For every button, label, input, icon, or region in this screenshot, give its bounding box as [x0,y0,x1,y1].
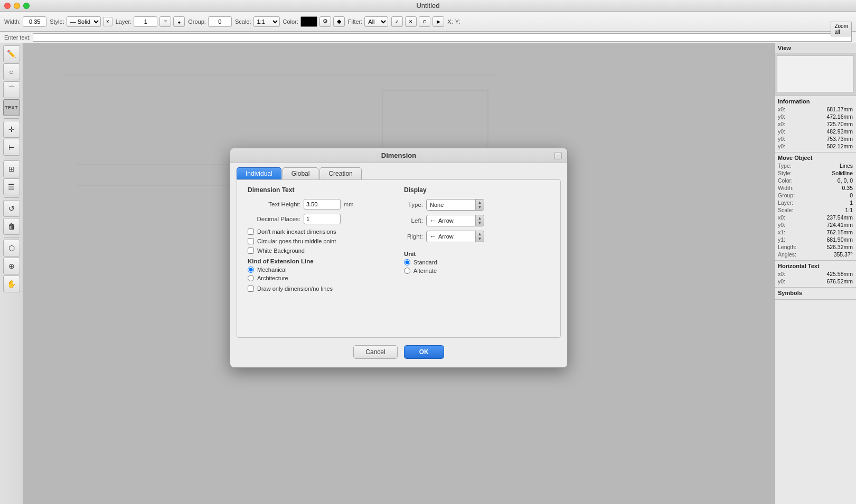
radio-standard[interactable] [404,259,410,265]
layer-arrow-button[interactable]: ⬥ [173,16,185,27]
color-settings-button[interactable]: ⚙ [319,16,331,27]
coord-val-4: 526.32mm [826,244,853,250]
tool-polygon[interactable]: ⬡ [3,240,20,256]
mo-row-4: Group: 0 [778,192,853,199]
radio-standard-label: Standard [413,259,437,265]
canvas-area[interactable]: Dimension — Individual Global Creation D… [23,43,774,504]
layer-label: Layer: [116,18,132,25]
dialog-close-button[interactable]: — [554,152,562,159]
xy-group: X: Y: [447,18,460,25]
tool-curve[interactable]: ⌒ [3,81,20,98]
style-select[interactable]: — Solid [67,16,101,27]
tab-global[interactable]: Global [283,167,319,179]
checkbox-circular[interactable] [248,238,254,244]
zoom-all-button[interactable]: Zoom all [831,22,852,36]
coord-row-4: Length: 526.32mm [778,243,853,251]
symbols-section: Symbols [775,288,856,300]
info-val-3: 482.93mm [826,128,853,135]
filter-x-button[interactable]: ✕ [405,16,417,27]
layer-input[interactable] [134,16,157,27]
information-title: Information [778,98,853,104]
width-label: Width: [4,18,21,25]
cancel-button[interactable]: Cancel [353,345,397,359]
window-title: Untitled [416,2,439,9]
tab-creation[interactable]: Creation [319,167,361,179]
close-button[interactable] [4,3,11,9]
scale-label: Scale: [235,18,251,25]
coord-key-5: Angles: [778,251,796,258]
type-select[interactable]: None ▲▼ [426,199,484,211]
tool-grid[interactable]: ⊞ [3,160,20,177]
coord-key-3: y1: [778,236,785,243]
checkbox-draw-only[interactable] [248,286,254,292]
right-arrow-row: Right: ← Arrow ▲▼ [404,231,550,242]
tool-text[interactable]: TEXT [3,99,20,116]
decimal-places-input[interactable] [304,214,341,224]
ht-row-0: x0: 425.58mm [778,270,853,278]
ok-button[interactable]: OK [404,345,444,359]
left-arrow-text: Arrow [438,215,454,226]
width-input[interactable] [23,16,46,27]
group-group: Group: [188,16,232,27]
checkbox-white-bg-row: White Background [248,248,393,254]
tool-circle[interactable]: ○ [3,63,20,80]
tool-cross[interactable]: ✛ [3,121,20,138]
scale-select[interactable]: 1:1 [253,16,280,27]
layer-icon-button[interactable]: ≡ [159,16,171,27]
checkbox-inexact[interactable] [248,229,254,235]
color-extra-button[interactable]: ◆ [333,16,345,27]
filter-select[interactable]: All [364,16,388,27]
info-row-2: x0: 725.70mm [778,120,853,128]
text-height-input[interactable] [304,199,341,210]
info-row-1: y0: 472.16mm [778,113,853,120]
left-arrow-select[interactable]: ← Arrow ▲▼ [426,215,484,226]
x-label: X: [447,18,453,25]
tool-pen[interactable]: ✏️ [3,45,20,62]
info-key-4: y0: [778,136,785,142]
radio-architecture[interactable] [248,275,254,281]
mo-key-4: Group: [778,192,795,198]
maximize-button[interactable] [23,3,30,9]
type-row: Type: None ▲▼ [404,199,550,211]
tool-rotate[interactable]: ↺ [3,200,20,217]
style-clear-button[interactable]: x [103,17,112,26]
tool-delete[interactable]: 🗑 [3,218,20,235]
tab-individual[interactable]: Individual [237,167,281,179]
tool-layers[interactable]: ☰ [3,178,20,195]
mo-key-0: Type: [778,163,792,169]
ht-val-1: 676.52mm [826,278,853,284]
radio-mechanical[interactable] [248,267,254,273]
width-group: Width: [4,16,46,27]
group-input[interactable] [208,16,232,27]
right-arrow-select[interactable]: ← Arrow ▲▼ [426,231,484,242]
text-height-row: Text Height: mm [248,199,393,210]
tool-measure[interactable]: ⊢ [3,139,20,156]
checkbox-circular-label: Circular goes thru middle point [257,238,336,244]
radio-alternate[interactable] [404,268,410,274]
color-swatch[interactable] [300,16,317,27]
color-label: Color: [283,18,298,25]
unit-section: Unit Standard Alternate [404,251,550,274]
enter-text-input[interactable] [33,33,852,42]
tool-zoom[interactable]: ⊕ [3,258,20,274]
info-val-0: 681.37mm [826,106,853,112]
tool-hand[interactable]: ✋ [3,275,20,292]
dimension-text-title: Dimension Text [248,186,393,194]
minimize-button[interactable] [14,3,20,9]
dialog-left-column: Dimension Text Text Height: mm Decimal P… [248,186,393,295]
mo-row-5: Layer: 1 [778,199,853,206]
filter-arrow-button[interactable]: ▶ [432,16,444,27]
info-val-1: 472.16mm [826,113,853,120]
horizontal-text-title: Horizontal Text [778,263,853,269]
radio-alternate-label: Alternate [413,268,437,274]
mo-val-6: 1:1 [845,207,853,213]
ht-key-0: x0: [778,271,785,277]
checkbox-white-bg[interactable] [248,248,254,254]
filter-c-button[interactable]: C [419,16,430,27]
filter-check-button[interactable]: ✓ [391,16,403,27]
style-group: Style: — Solid x [50,16,112,27]
checkbox-inexact-row: Don't mark inexact dimensions [248,229,393,235]
toolbar-separator-3 [4,197,19,198]
view-preview [777,55,854,92]
left-arrow-label: Left: [404,217,423,224]
